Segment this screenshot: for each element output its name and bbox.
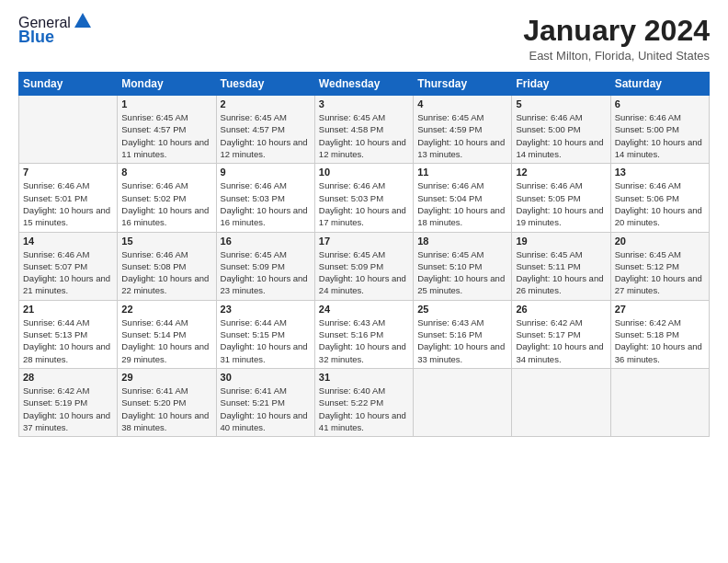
calendar-cell xyxy=(512,368,610,436)
calendar-cell: 16Sunrise: 6:45 AMSunset: 5:09 PMDayligh… xyxy=(216,232,314,300)
day-number: 11 xyxy=(417,167,507,178)
calendar-cell xyxy=(19,96,118,164)
day-detail: Sunrise: 6:40 AMSunset: 5:22 PMDaylight:… xyxy=(319,385,409,433)
calendar-cell: 17Sunrise: 6:45 AMSunset: 5:09 PMDayligh… xyxy=(314,232,413,300)
day-number: 4 xyxy=(417,98,507,109)
day-number: 15 xyxy=(121,236,211,247)
day-detail: Sunrise: 6:45 AMSunset: 5:12 PMDaylight:… xyxy=(615,248,705,297)
col-wednesday: Wednesday xyxy=(314,73,413,96)
day-number: 29 xyxy=(121,372,211,383)
day-detail: Sunrise: 6:41 AMSunset: 5:21 PMDaylight:… xyxy=(221,385,311,433)
day-detail: Sunrise: 6:46 AMSunset: 5:00 PMDaylight:… xyxy=(615,111,705,160)
day-detail: Sunrise: 6:45 AMSunset: 4:59 PMDaylight:… xyxy=(417,111,507,160)
day-number: 26 xyxy=(516,304,606,315)
day-detail: Sunrise: 6:46 AMSunset: 5:03 PMDaylight:… xyxy=(319,179,409,228)
day-number: 7 xyxy=(23,167,113,178)
day-number: 28 xyxy=(23,372,113,383)
calendar-week-3: 14Sunrise: 6:46 AMSunset: 5:07 PMDayligh… xyxy=(19,232,710,300)
day-number: 8 xyxy=(121,167,211,178)
day-number: 31 xyxy=(319,372,409,383)
calendar-cell: 21Sunrise: 6:44 AMSunset: 5:13 PMDayligh… xyxy=(19,300,118,368)
calendar-cell: 2Sunrise: 6:45 AMSunset: 4:57 PMDaylight… xyxy=(216,96,314,164)
day-detail: Sunrise: 6:46 AMSunset: 5:01 PMDaylight:… xyxy=(23,179,113,228)
day-number: 9 xyxy=(221,167,311,178)
day-detail: Sunrise: 6:46 AMSunset: 5:04 PMDaylight:… xyxy=(417,179,507,228)
calendar-cell xyxy=(610,368,709,436)
calendar-cell: 28Sunrise: 6:42 AMSunset: 5:19 PMDayligh… xyxy=(19,368,118,436)
header-row: Sunday Monday Tuesday Wednesday Thursday… xyxy=(19,73,710,96)
day-detail: Sunrise: 6:46 AMSunset: 5:05 PMDaylight:… xyxy=(516,179,606,228)
day-number: 6 xyxy=(615,98,705,109)
calendar-cell: 7Sunrise: 6:46 AMSunset: 5:01 PMDaylight… xyxy=(19,164,118,232)
day-detail: Sunrise: 6:45 AMSunset: 4:57 PMDaylight:… xyxy=(121,111,211,160)
calendar-table: Sunday Monday Tuesday Wednesday Thursday… xyxy=(18,72,710,437)
svg-marker-0 xyxy=(74,13,91,28)
calendar-week-1: 1Sunrise: 6:45 AMSunset: 4:57 PMDaylight… xyxy=(19,96,710,164)
day-number: 16 xyxy=(221,236,311,247)
day-detail: Sunrise: 6:44 AMSunset: 5:14 PMDaylight:… xyxy=(121,316,211,365)
col-thursday: Thursday xyxy=(414,73,512,96)
day-detail: Sunrise: 6:45 AMSunset: 4:58 PMDaylight:… xyxy=(319,111,409,160)
col-monday: Monday xyxy=(118,73,216,96)
calendar-week-4: 21Sunrise: 6:44 AMSunset: 5:13 PMDayligh… xyxy=(19,300,710,368)
day-detail: Sunrise: 6:45 AMSunset: 5:09 PMDaylight:… xyxy=(319,248,409,297)
day-number: 24 xyxy=(319,304,409,315)
day-detail: Sunrise: 6:45 AMSunset: 4:57 PMDaylight:… xyxy=(221,111,311,160)
calendar-cell: 19Sunrise: 6:45 AMSunset: 5:11 PMDayligh… xyxy=(512,232,610,300)
calendar-cell: 30Sunrise: 6:41 AMSunset: 5:21 PMDayligh… xyxy=(216,368,314,436)
day-number: 17 xyxy=(319,236,409,247)
col-tuesday: Tuesday xyxy=(216,73,314,96)
day-detail: Sunrise: 6:46 AMSunset: 5:02 PMDaylight:… xyxy=(121,179,211,228)
calendar-cell: 24Sunrise: 6:43 AMSunset: 5:16 PMDayligh… xyxy=(314,300,413,368)
day-detail: Sunrise: 6:46 AMSunset: 5:03 PMDaylight:… xyxy=(221,179,311,228)
day-detail: Sunrise: 6:43 AMSunset: 5:16 PMDaylight:… xyxy=(417,316,507,365)
col-friday: Friday xyxy=(512,73,610,96)
day-detail: Sunrise: 6:42 AMSunset: 5:17 PMDaylight:… xyxy=(516,316,606,365)
calendar-cell: 5Sunrise: 6:46 AMSunset: 5:00 PMDaylight… xyxy=(512,96,610,164)
day-detail: Sunrise: 6:43 AMSunset: 5:16 PMDaylight:… xyxy=(319,316,409,365)
day-number: 10 xyxy=(319,167,409,178)
logo-icon xyxy=(73,11,93,31)
logo: General Blue xyxy=(18,15,93,47)
calendar-cell: 10Sunrise: 6:46 AMSunset: 5:03 PMDayligh… xyxy=(314,164,413,232)
col-sunday: Sunday xyxy=(19,73,118,96)
day-number: 23 xyxy=(221,304,311,315)
day-number: 21 xyxy=(23,304,113,315)
day-detail: Sunrise: 6:41 AMSunset: 5:20 PMDaylight:… xyxy=(121,385,211,433)
day-detail: Sunrise: 6:45 AMSunset: 5:11 PMDaylight:… xyxy=(516,248,606,297)
calendar-cell xyxy=(414,368,512,436)
day-number: 18 xyxy=(417,236,507,247)
day-detail: Sunrise: 6:46 AMSunset: 5:07 PMDaylight:… xyxy=(23,248,113,297)
calendar-cell: 31Sunrise: 6:40 AMSunset: 5:22 PMDayligh… xyxy=(314,368,413,436)
day-number: 27 xyxy=(615,304,705,315)
page-subtitle: East Milton, Florida, United States xyxy=(523,49,710,63)
day-number: 3 xyxy=(319,98,409,109)
day-number: 14 xyxy=(23,236,113,247)
calendar-cell: 25Sunrise: 6:43 AMSunset: 5:16 PMDayligh… xyxy=(414,300,512,368)
day-number: 5 xyxy=(516,98,606,109)
calendar-week-5: 28Sunrise: 6:42 AMSunset: 5:19 PMDayligh… xyxy=(19,368,710,436)
day-detail: Sunrise: 6:45 AMSunset: 5:09 PMDaylight:… xyxy=(221,248,311,297)
calendar-cell: 3Sunrise: 6:45 AMSunset: 4:58 PMDaylight… xyxy=(314,96,413,164)
calendar-cell: 20Sunrise: 6:45 AMSunset: 5:12 PMDayligh… xyxy=(610,232,709,300)
day-number: 13 xyxy=(615,167,705,178)
day-number: 25 xyxy=(417,304,507,315)
page: General Blue January 2024 East Milton, F… xyxy=(0,0,728,446)
calendar-cell: 9Sunrise: 6:46 AMSunset: 5:03 PMDaylight… xyxy=(216,164,314,232)
title-block: January 2024 East Milton, Florida, Unite… xyxy=(523,15,710,63)
calendar-cell: 27Sunrise: 6:42 AMSunset: 5:18 PMDayligh… xyxy=(610,300,709,368)
calendar-week-2: 7Sunrise: 6:46 AMSunset: 5:01 PMDaylight… xyxy=(19,164,710,232)
calendar-cell: 22Sunrise: 6:44 AMSunset: 5:14 PMDayligh… xyxy=(118,300,216,368)
day-number: 12 xyxy=(516,167,606,178)
day-number: 30 xyxy=(221,372,311,383)
day-detail: Sunrise: 6:42 AMSunset: 5:19 PMDaylight:… xyxy=(23,385,113,433)
calendar-cell: 4Sunrise: 6:45 AMSunset: 4:59 PMDaylight… xyxy=(414,96,512,164)
day-detail: Sunrise: 6:42 AMSunset: 5:18 PMDaylight:… xyxy=(615,316,705,365)
day-number: 20 xyxy=(615,236,705,247)
calendar-cell: 14Sunrise: 6:46 AMSunset: 5:07 PMDayligh… xyxy=(19,232,118,300)
day-detail: Sunrise: 6:45 AMSunset: 5:10 PMDaylight:… xyxy=(417,248,507,297)
calendar-cell: 6Sunrise: 6:46 AMSunset: 5:00 PMDaylight… xyxy=(610,96,709,164)
calendar-cell: 18Sunrise: 6:45 AMSunset: 5:10 PMDayligh… xyxy=(414,232,512,300)
calendar-cell: 23Sunrise: 6:44 AMSunset: 5:15 PMDayligh… xyxy=(216,300,314,368)
calendar-cell: 13Sunrise: 6:46 AMSunset: 5:06 PMDayligh… xyxy=(610,164,709,232)
